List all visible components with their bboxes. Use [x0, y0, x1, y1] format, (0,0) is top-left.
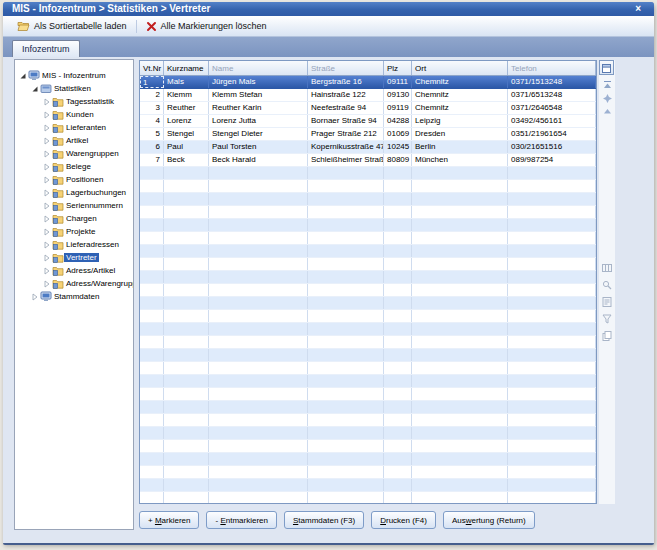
tree-item-belege[interactable]: Belege — [15, 160, 133, 173]
cell-ort[interactable]: Berlin — [412, 141, 508, 153]
markieren-button[interactable]: + Markieren — [139, 511, 199, 529]
expander-collapsed-icon[interactable] — [42, 202, 51, 210]
cell-plz[interactable]: 09130 — [384, 89, 412, 101]
columns-icon[interactable] — [602, 263, 612, 273]
cell-telefon[interactable]: 0371/2646548 — [508, 102, 596, 114]
expander-collapsed-icon[interactable] — [42, 150, 51, 158]
expander-collapsed-icon[interactable] — [30, 293, 39, 301]
search-icon[interactable] — [602, 280, 612, 290]
column-header-kurzname[interactable]: Kurzname — [164, 61, 209, 75]
clear-marks-button[interactable]: Alle Markierungen löschen — [140, 18, 273, 35]
expander-collapsed-icon[interactable] — [42, 137, 51, 145]
tree-item-tagesstatistik[interactable]: Tagesstatistik — [15, 95, 133, 108]
cell-vt-nr[interactable]: 5 — [140, 128, 164, 140]
cell-name[interactable]: Klemm Stefan — [209, 89, 308, 101]
column-header-plz[interactable]: Plz — [384, 61, 412, 75]
expander-collapsed-icon[interactable] — [42, 267, 51, 275]
column-chooser-button[interactable] — [599, 60, 614, 75]
tree-item-warengruppen[interactable]: Warengruppen — [15, 147, 133, 160]
cell-ort[interactable]: München — [412, 154, 508, 166]
cell-kurzname[interactable]: Klemm — [164, 89, 209, 101]
close-button[interactable]: × — [635, 2, 641, 15]
cell-name[interactable]: Jürgen Mals — [209, 76, 308, 88]
cell-vt-nr[interactable]: 7 — [140, 154, 164, 166]
column-header-telefon[interactable]: Telefon — [508, 61, 596, 75]
cell-telefon[interactable]: 0371/6513248 — [508, 89, 596, 101]
cell-plz[interactable]: 09111 — [384, 76, 412, 88]
drucken-f4-button[interactable]: Drucken (F4) — [371, 511, 436, 529]
cell-straße[interactable]: Prager Straße 212 — [308, 128, 384, 140]
cell-vt-nr[interactable]: 2 — [140, 89, 164, 101]
cell-telefon[interactable]: 089/987254 — [508, 154, 596, 166]
cell-kurzname[interactable]: Mals — [164, 76, 209, 88]
tree-item-chargen[interactable]: Chargen — [15, 212, 133, 225]
expander-collapsed-icon[interactable] — [42, 215, 51, 223]
cell-straße[interactable]: Neefestraße 94 — [308, 102, 384, 114]
cell-name[interactable]: Lorenz Jutta — [209, 115, 308, 127]
cell-name[interactable]: Beck Harald — [209, 154, 308, 166]
tree-item-projekte[interactable]: Projekte — [15, 225, 133, 238]
tree-item-vertreter[interactable]: Vertreter — [15, 251, 133, 264]
tree-item-seriennummern[interactable]: Seriennummern — [15, 199, 133, 212]
tree-item-kunden[interactable]: Kunden — [15, 108, 133, 121]
expander-expanded-icon[interactable] — [18, 72, 27, 80]
cell-kurzname[interactable]: Paul — [164, 141, 209, 153]
column-header-ort[interactable]: Ort — [412, 61, 508, 75]
filter-icon[interactable] — [602, 314, 612, 324]
cell-ort[interactable]: Chemnitz — [412, 102, 508, 114]
load-sort-table-button[interactable]: Als Sortiertabelle laden — [11, 18, 133, 35]
cell-name[interactable]: Reuther Karin — [209, 102, 308, 114]
cell-straße[interactable]: Kopernikusstraße 47 — [308, 141, 384, 153]
auswertung-return-button[interactable]: Auswertung (Return) — [443, 511, 535, 529]
tab-infozentrum[interactable]: Infozentrum — [12, 40, 80, 57]
expander-expanded-icon[interactable] — [30, 85, 39, 93]
cell-name[interactable]: Stengel Dieter — [209, 128, 308, 140]
expander-collapsed-icon[interactable] — [42, 254, 51, 262]
entmarkieren-button[interactable]: - Entmarkieren — [206, 511, 276, 529]
cell-straße[interactable]: Bornaer Straße 94 — [308, 115, 384, 127]
cell-ort[interactable]: Chemnitz — [412, 76, 508, 88]
cell-kurzname[interactable]: Lorenz — [164, 115, 209, 127]
cell-kurzname[interactable]: Reuther — [164, 102, 209, 114]
expander-collapsed-icon[interactable] — [42, 189, 51, 197]
tree-item-artikel[interactable]: Artikel — [15, 134, 133, 147]
stammdaten-f3-button[interactable]: Stammdaten (F3) — [284, 511, 364, 529]
cell-vt-nr[interactable]: 4 — [140, 115, 164, 127]
cell-straße[interactable]: Bergstraße 16 — [308, 76, 384, 88]
expander-collapsed-icon[interactable] — [42, 98, 51, 106]
expander-collapsed-icon[interactable] — [42, 124, 51, 132]
cell-vt-nr[interactable]: 6 — [140, 141, 164, 153]
cell-plz[interactable]: 09119 — [384, 102, 412, 114]
cell-vt-nr[interactable]: 1 — [140, 76, 164, 88]
expander-collapsed-icon[interactable] — [42, 280, 51, 288]
cell-vt-nr[interactable]: 3 — [140, 102, 164, 114]
expander-collapsed-icon[interactable] — [42, 228, 51, 236]
summary-icon[interactable] — [602, 297, 612, 307]
cell-plz[interactable]: 10245 — [384, 141, 412, 153]
tree-item-mis-infozentrum[interactable]: MIS - Infozentrum — [15, 69, 133, 82]
tree-item-adress-warengruppen[interactable]: Adress/Warengruppen — [15, 277, 133, 290]
cell-name[interactable]: Paul Torsten — [209, 141, 308, 153]
tree-item-positionen[interactable]: Positionen — [15, 173, 133, 186]
tree-item-adress-artikel[interactable]: Adress/Artikel — [15, 264, 133, 277]
expander-collapsed-icon[interactable] — [42, 241, 51, 249]
copy-icon[interactable] — [602, 331, 612, 341]
cell-kurzname[interactable]: Beck — [164, 154, 209, 166]
tree-item-stammdaten[interactable]: Stammdaten — [15, 290, 133, 303]
cell-kurzname[interactable]: Stengel — [164, 128, 209, 140]
column-header-straße[interactable]: Straße — [308, 61, 384, 75]
tree-item-lagerbuchungen[interactable]: Lagerbuchungen — [15, 186, 133, 199]
cell-straße[interactable]: Hainstraße 122 — [308, 89, 384, 101]
cell-straße[interactable]: Schleißheimer Straße 378 — [308, 154, 384, 166]
expander-collapsed-icon[interactable] — [42, 163, 51, 171]
cell-ort[interactable]: Chemnitz — [412, 89, 508, 101]
cell-telefon[interactable]: 0371/1513248 — [508, 76, 596, 88]
cell-plz[interactable]: 80809 — [384, 154, 412, 166]
cell-ort[interactable]: Dresden — [412, 128, 508, 140]
tree-item-lieferanten[interactable]: Lieferanten — [15, 121, 133, 134]
cell-plz[interactable]: 01069 — [384, 128, 412, 140]
column-header-name[interactable]: Name — [209, 61, 308, 75]
column-header-vt-nr[interactable]: Vt.Nr — [140, 61, 164, 75]
cell-plz[interactable]: 04288 — [384, 115, 412, 127]
tree-item-statistiken[interactable]: Statistiken — [15, 82, 133, 95]
